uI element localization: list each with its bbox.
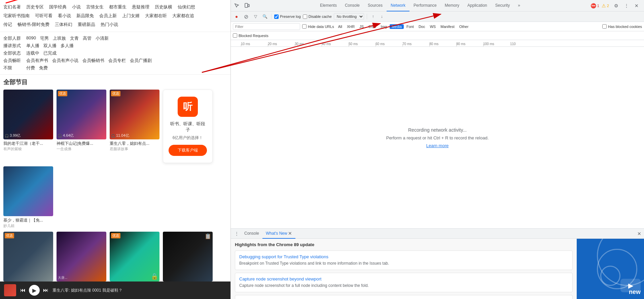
nav-link[interactable]: 可听可看: [35, 13, 52, 19]
nav-link[interactable]: 历史纵横: [155, 4, 172, 10]
nav-link[interactable]: 三体科幻: [55, 22, 72, 28]
hide-data-urls-checkbox[interactable]: Hide data URLs: [302, 24, 334, 29]
filter-item[interactable]: 双人播: [43, 43, 57, 49]
tab-console[interactable]: Console: [341, 0, 364, 11]
filter-item[interactable]: 连载中: [26, 50, 39, 56]
filter-media[interactable]: Media: [390, 24, 404, 29]
book-card[interactable]: 优选 11.04亿 重生八零，媳妇有点... 君颜讲故事: [110, 90, 159, 163]
filter-font[interactable]: Font: [404, 24, 416, 29]
nav-link[interactable]: 国学经典: [49, 4, 67, 10]
nav-link[interactable]: 小说: [72, 4, 81, 10]
filter-js[interactable]: JS: [357, 24, 366, 29]
filter-all[interactable]: All: [336, 24, 344, 29]
record-button[interactable]: ●: [233, 13, 240, 20]
filter-other[interactable]: Other: [457, 24, 471, 29]
tab-performance[interactable]: Performance: [409, 0, 441, 11]
next-button[interactable]: ⏭: [43, 287, 48, 293]
nav-link[interactable]: 言情女生: [86, 4, 104, 10]
filter-item[interactable]: 会员畅销书: [82, 58, 104, 64]
filter-item[interactable]: 已完成: [43, 50, 57, 56]
nav-link[interactable]: 历史专区: [26, 4, 44, 10]
filter-ws[interactable]: WS: [428, 24, 438, 29]
drawer-tab-whats-new[interactable]: What's New ✕: [262, 229, 295, 239]
tab-network[interactable]: Network: [387, 0, 409, 11]
inspect-icon[interactable]: [232, 1, 242, 10]
import-har-button[interactable]: ↑: [370, 13, 377, 20]
filter-item[interactable]: 多人播: [61, 43, 74, 49]
tab-sources[interactable]: Sources: [364, 0, 387, 11]
filter-item[interactable]: 会员专栏: [108, 58, 126, 64]
filter-item[interactable]: 8090: [26, 35, 36, 41]
filter-doc[interactable]: Doc: [417, 24, 427, 29]
filter-item[interactable]: 会员有声小说: [52, 58, 78, 64]
search-button[interactable]: 🔍: [261, 13, 269, 20]
book-card[interactable]: 慕少，狠霸道｜【免... 妙儿姐: [3, 166, 53, 228]
more-options-icon[interactable]: ⋮: [622, 1, 631, 10]
tab-more[interactable]: »: [514, 0, 524, 11]
download-btn[interactable]: 下载客户端: [169, 145, 207, 156]
stop-button[interactable]: ⊘: [242, 13, 250, 20]
filter-item[interactable]: 高管: [83, 35, 92, 41]
book-card[interactable]: 🔒 优选: [110, 232, 159, 281]
filter-item[interactable]: 单人播: [26, 43, 39, 49]
preserve-log-checkbox[interactable]: Preserve log: [274, 14, 301, 19]
preserve-log-input[interactable]: [274, 14, 279, 19]
play-button[interactable]: ▶: [29, 285, 40, 296]
nav-link[interactable]: 玄幻名著: [3, 4, 21, 10]
hide-data-urls-input[interactable]: [302, 24, 307, 29]
nav-link[interactable]: 仙侠幻想: [178, 4, 195, 10]
filter-item[interactable]: 宅男: [40, 35, 49, 41]
close-devtools-button[interactable]: ✕: [632, 1, 641, 10]
close-whats-new-tab[interactable]: ✕: [288, 231, 292, 236]
filter-item[interactable]: 上班族: [53, 35, 66, 41]
nav-link[interactable]: 畅销书-限时免费: [17, 22, 49, 28]
disable-cache-checkbox[interactable]: Disable cache: [303, 14, 332, 19]
nav-link[interactable]: 大家都在追: [172, 13, 194, 19]
filter-img[interactable]: Img: [379, 24, 389, 29]
nav-link[interactable]: 看小说: [58, 13, 71, 19]
nav-link[interactable]: 会员上新: [99, 13, 117, 19]
throttle-select[interactable]: No throttling Fast 3G Slow 3G Offline: [334, 13, 364, 20]
blocked-requests-checkbox[interactable]: Blocked Requests: [233, 33, 269, 38]
nav-link[interactable]: 重磅新品: [78, 22, 95, 28]
network-filter-input[interactable]: [233, 23, 300, 30]
tab-elements[interactable]: Elements: [316, 0, 341, 11]
update-card-1[interactable]: Debugging support for Trusted Type viola…: [235, 251, 573, 270]
filter-item[interactable]: 小清新: [96, 35, 109, 41]
has-blocked-cookies-checkbox[interactable]: Has blocked cookies: [602, 24, 642, 29]
learn-more-link[interactable]: Learn more: [426, 143, 449, 148]
nav-link[interactable]: 新品限免: [76, 13, 94, 19]
blocked-requests-input[interactable]: [233, 33, 237, 38]
close-drawer-button[interactable]: ✕: [637, 231, 643, 236]
update-card-3[interactable]: New Trust Token tab for network requests: [235, 295, 573, 299]
export-har-button[interactable]: ↓: [379, 13, 385, 20]
tab-memory[interactable]: Memory: [441, 0, 463, 11]
nav-link[interactable]: 上门女婿: [122, 13, 140, 19]
tab-security[interactable]: Security: [491, 0, 514, 11]
filter-item[interactable]: 会员广播剧: [130, 58, 152, 64]
filter-item[interactable]: 免费: [39, 65, 48, 71]
filter-button[interactable]: ▽: [252, 13, 259, 20]
filter-item[interactable]: 文青: [70, 35, 79, 41]
tab-application[interactable]: Application: [463, 0, 491, 11]
nav-link[interactable]: 宅家听书指南: [3, 13, 30, 19]
filter-item[interactable]: 付费: [26, 65, 35, 71]
filter-manifest[interactable]: Manifest: [438, 24, 457, 29]
filter-css[interactable]: CSS: [366, 24, 378, 29]
nav-link[interactable]: 传记: [3, 22, 12, 28]
book-card[interactable]: 优选 4.64亿 神棍下山记|免费爆... 一念成佛: [57, 90, 106, 163]
device-toggle-icon[interactable]: [242, 1, 252, 10]
book-card[interactable]: 3.99亿 我的老千江湖（老干... 有声的紫棱: [3, 90, 53, 163]
filter-xhr[interactable]: XHR: [345, 24, 357, 29]
book-card[interactable]: 📋: [163, 232, 213, 281]
has-blocked-cookies-input[interactable]: [602, 24, 607, 29]
book-card[interactable]: 优选: [3, 232, 53, 281]
book-card[interactable]: 大唐...: [57, 232, 106, 281]
nav-link[interactable]: 热门小说: [101, 22, 118, 28]
nav-link[interactable]: 都市重生: [109, 4, 127, 10]
settings-icon[interactable]: ⚙: [612, 1, 621, 10]
update-card-2[interactable]: Capture node screenshot beyond viewport …: [235, 273, 573, 292]
nav-link[interactable]: 悬疑推理: [132, 4, 149, 10]
prev-button[interactable]: ⏮: [20, 287, 26, 293]
disable-cache-input[interactable]: [303, 14, 307, 19]
